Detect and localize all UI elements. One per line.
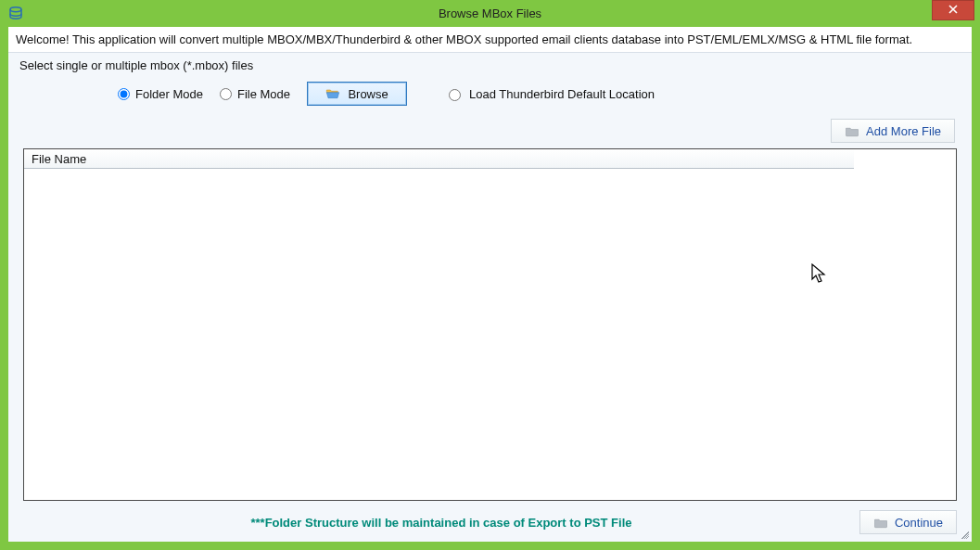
radio-folder-mode[interactable]: Folder Mode: [118, 87, 203, 101]
folder-open-icon: [325, 87, 340, 100]
mode-group: Select single or multiple mbox (*.mbox) …: [8, 53, 972, 113]
close-icon: [948, 5, 958, 16]
group-title: Select single or multiple mbox (*.mbox) …: [19, 58, 964, 72]
folder-icon: [845, 125, 859, 137]
footer-note: ***Folder Structure will be maintained i…: [23, 516, 859, 530]
grid-header[interactable]: File Name: [24, 149, 854, 169]
browse-button[interactable]: Browse: [307, 82, 407, 106]
continue-button[interactable]: Continue: [859, 510, 957, 534]
add-more-row: Add More File: [8, 113, 972, 148]
browse-button-label: Browse: [348, 87, 388, 101]
radio-file-mode-label: File Mode: [237, 87, 290, 101]
welcome-text: Welcome! This application will convert m…: [8, 27, 972, 53]
svg-point-0: [10, 7, 21, 12]
add-more-file-label: Add More File: [866, 124, 941, 138]
add-more-file-button[interactable]: Add More File: [831, 119, 955, 143]
app-icon: [7, 5, 24, 21]
grid-column-filename[interactable]: File Name: [24, 150, 94, 168]
options-row: Folder Mode File Mode Browse: [16, 78, 964, 113]
window-frame: Browse MBox Files Welcome! This applicat…: [0, 0, 980, 550]
close-button[interactable]: [932, 0, 974, 20]
continue-button-label: Continue: [895, 516, 943, 530]
radio-load-default-label: Load Thunderbird Default Location: [469, 87, 655, 101]
footer: ***Folder Structure will be maintained i…: [8, 501, 972, 542]
radio-load-default[interactable]: Load Thunderbird Default Location: [444, 86, 655, 101]
radio-folder-mode-input[interactable]: [118, 88, 130, 100]
window-title: Browse MBox Files: [0, 6, 980, 20]
title-bar[interactable]: Browse MBox Files: [0, 0, 980, 26]
radio-file-mode[interactable]: File Mode: [220, 87, 290, 101]
folder-icon: [873, 517, 888, 529]
radio-file-mode-input[interactable]: [220, 88, 232, 100]
file-grid[interactable]: File Name: [23, 148, 957, 501]
client-area: Welcome! This application will convert m…: [7, 26, 973, 543]
radio-load-default-input[interactable]: [449, 89, 461, 101]
radio-folder-mode-label: Folder Mode: [135, 87, 203, 101]
